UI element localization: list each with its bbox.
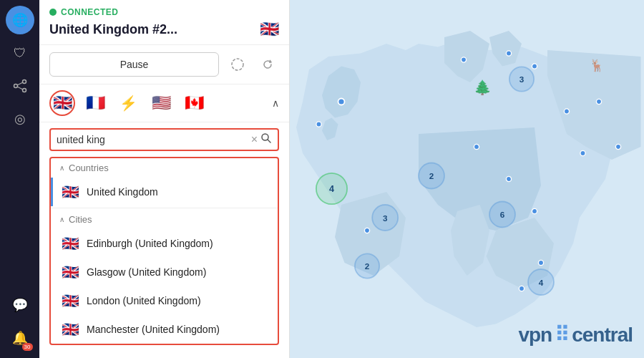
- result-item-glasgow[interactable]: 🇬🇧 Glasgow (United Kingdom): [51, 258, 278, 286]
- flag-france[interactable]: 🇫🇷: [82, 90, 108, 116]
- svg-line-4: [17, 87, 23, 90]
- result-item-uk[interactable]: 🇬🇧 United Kingdom: [51, 178, 278, 206]
- cities-section-label: Cities: [69, 214, 92, 225]
- search-results-dropdown: ∧ Countries 🇬🇧 United Kingdom ∧ Cities 🇬…: [49, 157, 279, 345]
- svg-point-13: [532, 64, 537, 69]
- svg-point-20: [532, 208, 537, 213]
- result-london-label: London (United Kingdom): [87, 295, 201, 306]
- svg-text:3: 3: [519, 74, 525, 84]
- vpn-text: vpn: [518, 324, 552, 347]
- cities-chevron-icon: ∧: [59, 216, 64, 223]
- left-panel: CONNECTED United Kingdom #2... 🇬🇧 Pause …: [39, 0, 290, 358]
- server-row: United Kingdom #2... 🇬🇧: [49, 20, 279, 39]
- vpn-central-text: central: [572, 324, 633, 347]
- result-item-manchester[interactable]: 🇬🇧 Manchester (United Kingdom): [51, 315, 278, 344]
- svg-text:6: 6: [500, 210, 505, 219]
- svg-text:4: 4: [539, 278, 544, 287]
- svg-point-0: [14, 84, 17, 88]
- result-uk-flag: 🇬🇧: [62, 183, 79, 200]
- svg-point-10: [316, 122, 321, 127]
- svg-text:3: 3: [383, 213, 388, 223]
- sidebar-item-chat[interactable]: 💬: [6, 291, 34, 319]
- svg-text:2: 2: [365, 261, 370, 271]
- sidebar-item-nodes[interactable]: [6, 72, 34, 100]
- search-area: ×: [39, 122, 289, 157]
- sidebar: 🌐 🛡 ◎ 💬 🔔: [0, 0, 39, 358]
- sidebar-item-shield[interactable]: 🛡: [6, 39, 34, 67]
- search-clear-icon[interactable]: ×: [251, 133, 258, 146]
- connected-text: CONNECTED: [61, 7, 119, 17]
- svg-point-14: [564, 109, 569, 114]
- pause-button[interactable]: Pause: [49, 52, 219, 77]
- svg-point-19: [506, 176, 511, 181]
- countries-section-label: Countries: [69, 163, 109, 173]
- result-uk-label: United Kingdom: [87, 186, 158, 198]
- result-item-london[interactable]: 🇬🇧 London (United Kingdom): [51, 286, 278, 315]
- result-glasgow-flag: 🇬🇧: [62, 263, 79, 281]
- svg-point-11: [461, 57, 466, 62]
- svg-point-1: [22, 80, 26, 84]
- result-glasgow-label: Glasgow (United Kingdom): [87, 266, 206, 278]
- svg-point-9: [338, 99, 345, 105]
- svg-text:4: 4: [329, 184, 334, 194]
- search-box: ×: [49, 128, 279, 151]
- countries-section-header[interactable]: ∧ Countries: [51, 158, 278, 178]
- svg-text:🦌: 🦌: [590, 58, 605, 73]
- svg-point-12: [506, 51, 511, 56]
- server-name: United Kingdom #2...: [49, 22, 177, 37]
- collapse-favorites-icon[interactable]: ∧: [272, 97, 279, 109]
- flag-canada[interactable]: 🇨🇦: [181, 90, 207, 116]
- result-edinburgh-label: Edinburgh (United Kingdom): [87, 238, 213, 249]
- map-area: 4 3 2 3 6 2 4 🌲 🦌 vpn ⠿ central: [290, 0, 644, 358]
- svg-line-7: [268, 140, 270, 142]
- svg-point-21: [364, 228, 369, 233]
- result-item-edinburgh[interactable]: 🇬🇧 Edinburgh (United Kingdom): [51, 229, 278, 258]
- action-row: Pause: [39, 45, 289, 84]
- svg-point-15: [596, 99, 601, 104]
- fast-server-btn[interactable]: ⚡: [115, 90, 141, 116]
- svg-text:🌲: 🌲: [474, 79, 492, 96]
- spinner-icon[interactable]: [226, 53, 249, 76]
- refresh-icon[interactable]: [256, 53, 279, 76]
- connected-dot: [49, 9, 57, 16]
- flag-row: 🇬🇧 🇫🇷 ⚡ 🇺🇸 🇨🇦 ∧: [39, 84, 289, 122]
- svg-point-5: [232, 59, 243, 70]
- vpn-watermark: vpn ⠿ central: [518, 323, 633, 347]
- svg-line-3: [17, 82, 23, 85]
- connected-status: CONNECTED: [49, 7, 279, 17]
- result-manchester-flag: 🇬🇧: [62, 321, 79, 338]
- svg-point-18: [474, 144, 479, 149]
- cities-section-header[interactable]: ∧ Cities: [51, 210, 278, 229]
- divider: [51, 208, 278, 208]
- svg-point-17: [580, 150, 585, 155]
- result-london-flag: 🇬🇧: [62, 292, 79, 309]
- vpn-dot-icon: ⠿: [555, 323, 569, 347]
- result-manchester-label: Manchester (United Kingdom): [87, 324, 220, 335]
- svg-point-2: [22, 89, 26, 92]
- svg-point-22: [538, 260, 543, 265]
- svg-text:2: 2: [429, 171, 434, 180]
- search-submit-icon[interactable]: [260, 132, 272, 147]
- sidebar-item-globe[interactable]: 🌐: [6, 6, 34, 34]
- panel-header: CONNECTED United Kingdom #2... 🇬🇧: [39, 0, 289, 45]
- result-edinburgh-flag: 🇬🇧: [62, 235, 79, 252]
- flag-uk[interactable]: 🇬🇧: [49, 90, 75, 116]
- sidebar-item-notification[interactable]: 🔔: [6, 324, 34, 352]
- search-input[interactable]: [57, 134, 248, 145]
- server-flag: 🇬🇧: [260, 20, 279, 39]
- sidebar-item-target[interactable]: ◎: [6, 105, 34, 133]
- flag-usa[interactable]: 🇺🇸: [148, 90, 174, 116]
- svg-point-16: [615, 144, 620, 149]
- svg-point-23: [519, 286, 524, 291]
- countries-chevron-icon: ∧: [59, 164, 64, 172]
